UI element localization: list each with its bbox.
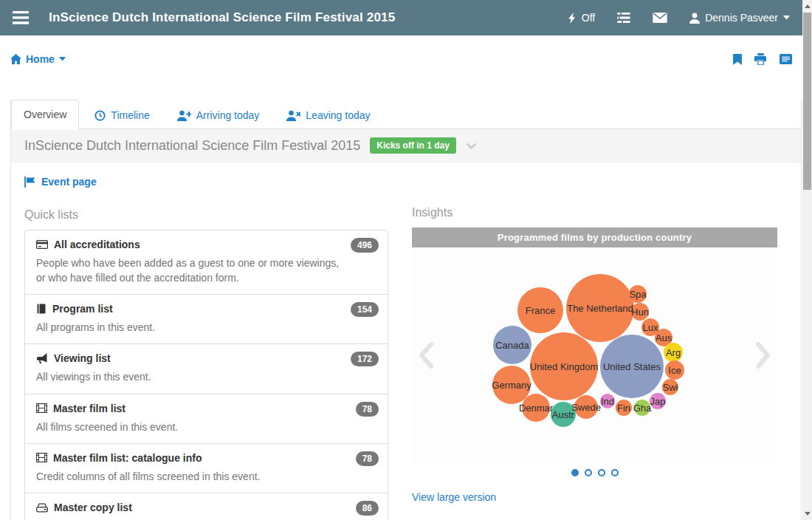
chart-bubble[interactable] xyxy=(530,332,598,400)
list-item-title: Master film list: catalogue info xyxy=(53,452,202,464)
count-badge: 154 xyxy=(351,302,379,317)
carousel-dot[interactable] xyxy=(611,469,619,476)
tab-timeline-label: Timeline xyxy=(111,109,149,121)
quick-lists-heading: Quick lists xyxy=(24,208,388,222)
bubble-chart: United KingdomUnited StatesThe Netherlan… xyxy=(412,247,777,463)
carousel-dots xyxy=(412,469,777,476)
scroll-down-icon[interactable] xyxy=(805,512,811,516)
film-icon xyxy=(36,403,47,413)
list-item-viewing-list[interactable]: Viewing list 172 All viewings in this ev… xyxy=(25,344,388,394)
event-title: InScience Dutch International Science Fi… xyxy=(24,138,360,154)
chart-bubble[interactable] xyxy=(664,343,683,362)
chart-bubble[interactable] xyxy=(566,274,634,342)
count-badge: 78 xyxy=(356,402,379,417)
tab-arriving-label: Arriving today xyxy=(196,109,260,121)
list-item-description: All programs in this event. xyxy=(36,320,343,335)
list-item-title: Master film list xyxy=(53,403,125,414)
tab-leaving-label: Leaving today xyxy=(306,109,370,121)
hdd-icon xyxy=(36,503,48,513)
home-icon xyxy=(10,54,21,64)
chart-bubble[interactable] xyxy=(665,360,684,380)
chart-bubble[interactable] xyxy=(662,379,678,395)
breadcrumb-home[interactable]: Home xyxy=(10,53,66,65)
chart-bubble[interactable] xyxy=(650,393,666,409)
list-item-master-copy-list[interactable]: Master copy list 86 Films copies used (a… xyxy=(25,493,388,520)
count-badge: 78 xyxy=(356,451,379,466)
chart-bubble[interactable] xyxy=(600,394,615,408)
list-item-description: Credit columns of all films screened in … xyxy=(36,469,343,484)
tab-bar: Overview Timeline Arriving today xyxy=(11,100,801,129)
list-item-all-accreditations[interactable]: All accreditations 496 People who have b… xyxy=(25,230,388,295)
chart-bubble[interactable] xyxy=(600,335,664,398)
carousel-next-icon[interactable] xyxy=(755,341,771,369)
event-status-badge: Kicks off in 1 day xyxy=(370,137,456,154)
live-toggle[interactable]: Off xyxy=(568,12,595,24)
flag-icon xyxy=(24,177,35,188)
main-content-panel: Overview Timeline Arriving today xyxy=(10,100,802,520)
tab-leaving-today[interactable]: Leaving today xyxy=(275,101,382,129)
caret-down-icon xyxy=(59,57,66,61)
event-header: InScience Dutch International Science Fi… xyxy=(11,129,801,162)
hamburger-menu-icon[interactable] xyxy=(0,11,41,24)
list-item-title: Program list xyxy=(52,303,113,315)
list-alt-icon[interactable] xyxy=(780,54,792,64)
chart-bubble[interactable] xyxy=(574,395,598,419)
scroll-up-icon[interactable] xyxy=(805,4,811,8)
list-item-title: Master copy list xyxy=(54,502,132,513)
chart-bubble[interactable] xyxy=(493,326,531,364)
chart-bubble[interactable] xyxy=(629,285,647,303)
scrollbar-thumb[interactable] xyxy=(803,13,811,190)
list-item-program-list[interactable]: Program list 154 All programs in this ev… xyxy=(25,295,388,344)
event-page-label: Event page xyxy=(41,176,97,188)
book-icon xyxy=(36,304,47,314)
chart-bubble[interactable] xyxy=(551,402,576,427)
chart-bubble[interactable] xyxy=(631,303,649,321)
top-navbar: InScience Dutch International Science Fi… xyxy=(0,0,812,35)
list-item-master-film-list[interactable]: Master film list 78 All films screened i… xyxy=(25,394,388,444)
carousel-dot[interactable] xyxy=(585,469,592,476)
live-toggle-label: Off xyxy=(582,12,595,24)
messages-envelope-icon[interactable] xyxy=(653,13,667,23)
list-item-master-film-list-catalogue[interactable]: Master film list: catalogue info 78 Cred… xyxy=(25,444,388,493)
tab-overview[interactable]: Overview xyxy=(11,100,79,129)
user-icon xyxy=(689,13,700,24)
carousel-dot[interactable] xyxy=(571,469,579,476)
count-badge: 172 xyxy=(351,352,379,366)
tab-arriving-today[interactable]: Arriving today xyxy=(165,101,272,129)
clock-icon xyxy=(94,110,106,121)
flash-icon xyxy=(568,13,577,24)
chevron-down-icon[interactable] xyxy=(466,143,477,149)
event-page-link[interactable]: Event page xyxy=(24,176,97,188)
list-item-description: People who have been added as a guest to… xyxy=(36,256,343,286)
chart-title: Programmed films by production country xyxy=(412,228,777,247)
list-item-description: All films screened in this event. xyxy=(36,420,343,434)
film-icon xyxy=(36,453,47,462)
insights-heading: Insights xyxy=(412,206,777,219)
count-badge: 86 xyxy=(356,501,379,516)
breadcrumb-home-label: Home xyxy=(26,53,55,65)
tasks-icon[interactable] xyxy=(617,13,630,23)
view-large-version-link[interactable]: View large version xyxy=(412,491,496,503)
bullhorn-icon xyxy=(36,353,48,363)
carousel-dot[interactable] xyxy=(598,469,605,476)
list-item-title: Viewing list xyxy=(54,352,111,364)
user-name: Dennis Pasveer xyxy=(705,12,778,24)
chart-bubble[interactable] xyxy=(522,394,550,422)
app-title[interactable]: InScience Dutch International Science Fi… xyxy=(49,10,395,25)
user-x-icon xyxy=(286,110,300,121)
tab-timeline[interactable]: Timeline xyxy=(83,101,161,129)
list-item-description: All viewings in this event. xyxy=(36,369,343,384)
user-plus-icon xyxy=(177,110,191,121)
bookmark-icon[interactable] xyxy=(733,54,742,65)
carousel-prev-icon[interactable] xyxy=(418,341,434,369)
chart-bubble[interactable] xyxy=(634,400,650,416)
chart-bubble[interactable] xyxy=(517,287,563,333)
print-icon[interactable] xyxy=(754,53,767,65)
list-item-title: All accreditations xyxy=(54,239,140,250)
user-menu[interactable]: Dennis Pasveer xyxy=(689,12,790,24)
vertical-scrollbar[interactable] xyxy=(802,0,812,520)
count-badge: 496 xyxy=(351,238,379,253)
chart-bubble[interactable] xyxy=(616,400,632,416)
credit-card-icon xyxy=(36,240,48,249)
breadcrumb: Home xyxy=(10,48,792,70)
